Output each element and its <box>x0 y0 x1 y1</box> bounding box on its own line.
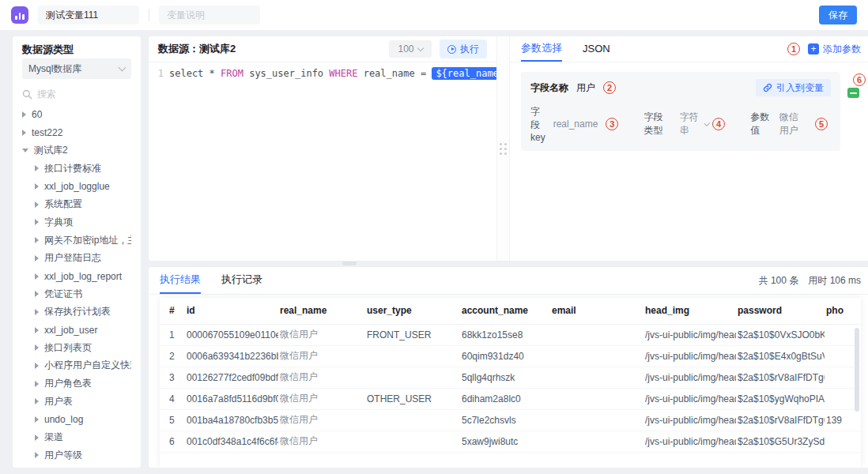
table-cell: 0016a7a8fd5116d9bf0... <box>185 388 278 409</box>
caret-right-icon[interactable] <box>35 363 39 369</box>
caret-right-icon[interactable] <box>35 183 39 190</box>
table-search[interactable]: 搜索 <box>22 88 131 100</box>
caret-right-icon[interactable] <box>35 291 39 297</box>
tree-item[interactable]: xxl_job_user <box>22 321 131 339</box>
caret-right-icon[interactable] <box>35 237 39 243</box>
tree-item-label: 测试库2 <box>34 144 68 157</box>
tree-item[interactable]: 凭证证书 <box>22 285 131 303</box>
table-row[interactable]: 300126277f2cedf09bdfa...微信用户5qllg4qrhszk… <box>160 367 861 388</box>
split-resize-handle[interactable] <box>342 261 357 265</box>
tab-execution-record[interactable]: 执行记录 <box>221 267 262 294</box>
table-cell: /jvs-ui-public/img/headl... <box>643 431 736 452</box>
variable-description-input[interactable] <box>159 6 260 24</box>
caret-right-icon[interactable] <box>35 344 39 351</box>
caret-right-icon[interactable] <box>35 398 39 404</box>
field-type-select[interactable]: 字符串 <box>680 111 701 137</box>
tree-item[interactable]: undo_log <box>22 411 131 429</box>
caret-right-icon[interactable] <box>35 165 39 171</box>
param-card-row-1: 字段名称 用户 2 引入到变量 <box>530 79 831 96</box>
chevron-down-icon <box>417 44 423 51</box>
tree-item[interactable]: xxl_job_log_report <box>22 267 131 285</box>
table-row[interactable]: 1000067055109e0110e...微信用户FRONT_USER68kk… <box>160 324 861 345</box>
play-icon <box>447 45 456 54</box>
table-cell: $2a$10$rV8aIFfDTg6... <box>736 409 825 431</box>
search-icon <box>22 89 32 100</box>
table-header-cell: id <box>185 298 278 324</box>
vertical-resize-handle[interactable] <box>496 36 510 261</box>
table-cell: 001ba4a18780cfb3b56... <box>185 409 278 431</box>
save-button[interactable]: 保存 <box>819 6 857 24</box>
tree-item[interactable]: 接口计费标准 <box>22 160 131 178</box>
caret-right-icon[interactable] <box>22 111 26 118</box>
field-name-value[interactable]: 用户 <box>576 81 595 95</box>
plus-icon <box>808 43 819 55</box>
table-row[interactable]: 20006a639341b2236bb...微信用户60qim931dz40/j… <box>160 345 861 367</box>
param-card: 字段名称 用户 2 引入到变量 字段key <box>521 72 840 151</box>
caret-right-icon[interactable] <box>35 381 39 387</box>
annotation-6: 6 <box>853 73 866 86</box>
tree-item[interactable]: 接口列表页 <box>22 339 131 357</box>
table-cell: 60qim931dz40 <box>460 345 550 367</box>
delete-param-button[interactable] <box>847 88 859 98</box>
datasource-sidebar: 数据源类型 Mysql数据库 搜索 60test222测试库2接口计费标准xxl… <box>13 36 141 468</box>
caret-right-icon[interactable] <box>35 309 39 315</box>
tree-item[interactable]: test222 <box>22 124 131 142</box>
sql-code-editor[interactable]: 1 select * FROM sys_user_info WHERE real… <box>149 62 496 261</box>
caret-right-icon[interactable] <box>35 255 39 261</box>
caret-right-icon[interactable] <box>35 434 39 441</box>
result-total-count: 共 100 条 <box>759 274 799 288</box>
add-param-label: 添加参数 <box>823 43 861 56</box>
caret-right-icon[interactable] <box>35 452 39 458</box>
import-to-variable-label: 引入到变量 <box>776 81 824 95</box>
tree-item[interactable]: xxl_job_logglue <box>22 178 131 196</box>
results-tabs: 执行结果 执行记录 共 100 条 用时 106 ms <box>149 267 868 295</box>
tab-execution-result[interactable]: 执行结果 <box>160 267 201 294</box>
tab-json[interactable]: JSON <box>583 36 610 62</box>
caret-right-icon[interactable] <box>35 201 39 208</box>
tree-item[interactable]: 保存执行计划表 <box>22 303 131 322</box>
row-limit-select[interactable]: 100 <box>389 40 432 58</box>
tree-item[interactable]: 用户角色表 <box>22 374 131 393</box>
table-cell: 5 <box>160 409 185 431</box>
execute-button[interactable]: 执行 <box>440 40 487 58</box>
caret-right-icon[interactable] <box>35 273 39 280</box>
tree-item[interactable]: 用户登陆日志 <box>22 250 131 268</box>
table-vertical-scrollbar[interactable] <box>855 328 859 412</box>
tree-item[interactable]: 用户表 <box>22 393 131 411</box>
variable-name-input[interactable] <box>38 6 139 24</box>
tree-item[interactable]: 60 <box>22 106 131 124</box>
caret-right-icon[interactable] <box>22 130 26 136</box>
table-cell <box>550 324 643 345</box>
caret-down-icon[interactable] <box>22 149 28 152</box>
param-value-input[interactable]: 微信用户 <box>779 111 807 137</box>
sidebar-title: 数据源类型 <box>22 40 131 55</box>
tree-item-label: 保存执行计划表 <box>44 305 111 318</box>
tree-item[interactable]: 网关不加密ip地址，主要J <box>22 231 131 250</box>
tree-item-label: test222 <box>32 127 62 138</box>
tree-item[interactable]: 用户等级 <box>22 446 131 465</box>
tree-item[interactable]: 测试库2 <box>22 141 131 160</box>
tab-param-select[interactable]: 参数选择 <box>521 36 562 62</box>
sql-token: real_name <box>357 68 420 79</box>
tree-item[interactable]: 系统配置 <box>22 195 131 213</box>
content-layout: 数据源类型 Mysql数据库 搜索 60test222测试库2接口计费标准xxl… <box>0 30 868 468</box>
add-param-button[interactable]: 添加参数 <box>808 43 861 56</box>
tree-item[interactable]: 字典项 <box>22 213 131 231</box>
tree-item[interactable]: 邀请用户待审核 <box>22 465 131 468</box>
table-cell: FRONT_USER <box>365 324 460 345</box>
tree-item-label: 邀请用户待审核 <box>44 467 111 468</box>
caret-right-icon[interactable] <box>35 219 39 225</box>
import-to-variable-button[interactable]: 引入到变量 <box>756 79 831 96</box>
sql-token: FROM <box>221 68 243 79</box>
tree-item[interactable]: 小程序用户自定义快速入 <box>22 357 131 375</box>
caret-right-icon[interactable] <box>35 327 39 333</box>
table-row[interactable]: 6001c0df348a1c4f6c6f4...微信用户5xaw9jwi8utc… <box>160 431 861 452</box>
tree-item[interactable]: 渠道 <box>22 428 131 446</box>
field-key-input[interactable]: real_name <box>553 118 598 130</box>
result-table: #idreal_nameuser_typeaccount_nameemailhe… <box>160 298 861 453</box>
table-cell: 6 <box>160 431 185 452</box>
table-row[interactable]: 5001ba4a18780cfb3b56...微信用户5c7le2chsvls/… <box>160 409 861 431</box>
caret-right-icon[interactable] <box>35 416 39 423</box>
table-row[interactable]: 40016a7a8fd5116d9bf0...微信用户OTHER_USER6di… <box>160 388 861 409</box>
datasource-type-select[interactable]: Mysql数据库 <box>22 58 131 79</box>
